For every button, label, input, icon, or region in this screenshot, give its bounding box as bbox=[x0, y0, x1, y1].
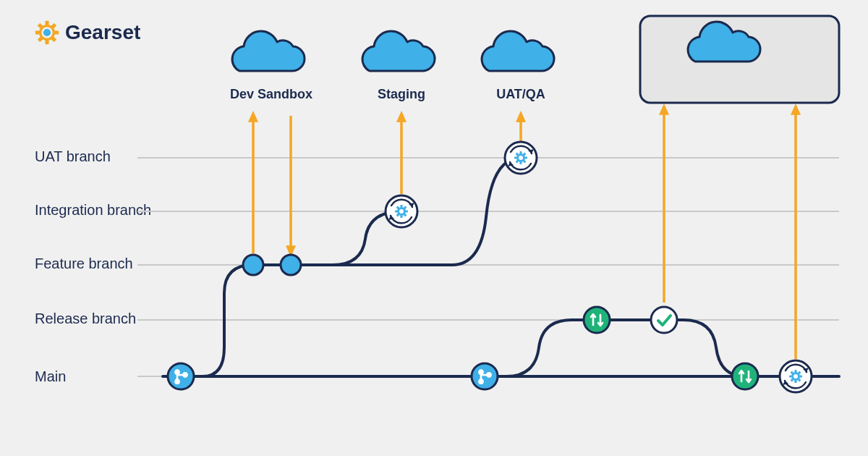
cloud-icon bbox=[232, 31, 305, 71]
branch-icon bbox=[168, 363, 194, 389]
ci-icon bbox=[780, 360, 812, 392]
flow-paths bbox=[163, 158, 839, 376]
check-icon bbox=[651, 307, 677, 333]
cloud-icon bbox=[482, 31, 554, 71]
commit-icon bbox=[281, 255, 301, 275]
branch-icon bbox=[472, 363, 498, 389]
merge-icon bbox=[732, 363, 758, 389]
pipeline-diagram bbox=[0, 0, 868, 456]
ci-icon bbox=[505, 142, 537, 174]
merge-icon bbox=[584, 307, 610, 333]
commit-icon bbox=[243, 255, 263, 275]
cloud-icon bbox=[362, 31, 435, 71]
ci-icon bbox=[386, 195, 417, 227]
